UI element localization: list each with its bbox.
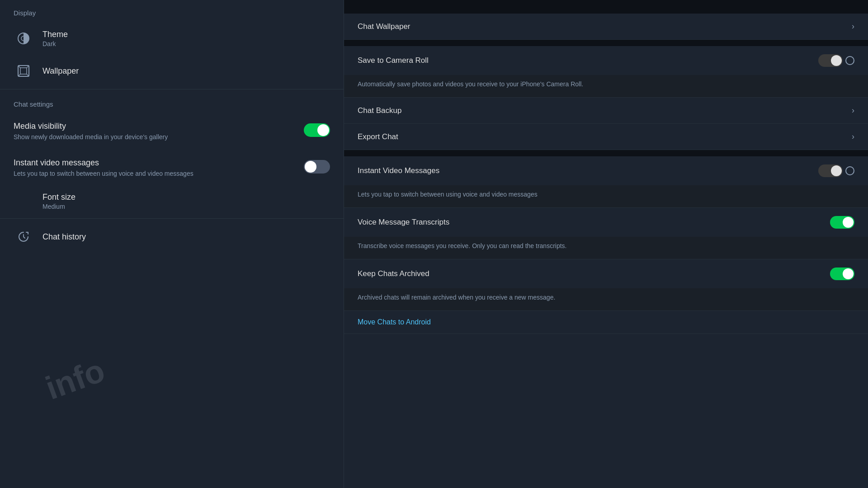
export-chat-row[interactable]: Export Chat › xyxy=(344,124,868,150)
instant-video-subtitle: Lets you tap to switch between using voi… xyxy=(14,169,203,178)
instant-video-right-row[interactable]: Instant Video Messages xyxy=(344,156,868,185)
chat-history-setting[interactable]: Chat history xyxy=(0,221,344,253)
chat-settings-header: Chat settings xyxy=(0,91,344,113)
instant-video-right-desc: Lets you tap to switch between using voi… xyxy=(358,191,538,198)
media-visibility-knob xyxy=(317,124,329,136)
keep-archived-desc: Archived chats will remain archived when… xyxy=(358,294,555,301)
voice-transcripts-desc: Transcribe voice messages you receive. O… xyxy=(358,242,566,249)
keep-archived-desc-row: Archived chats will remain archived when… xyxy=(344,288,868,311)
save-camera-roll-toggle[interactable] xyxy=(818,54,854,67)
voice-transcripts-label: Voice Message Transcripts xyxy=(358,218,830,227)
media-visibility-subtitle: Show newly downloaded media in your devi… xyxy=(14,133,203,142)
save-camera-roll-row[interactable]: Save to Camera Roll xyxy=(344,46,868,75)
media-visibility-title: Media visibility xyxy=(14,122,295,131)
save-camera-roll-toggle-bg[interactable] xyxy=(818,54,843,67)
wallpaper-text: Wallpaper xyxy=(42,66,79,76)
chat-history-text: Chat history xyxy=(42,232,86,242)
wallpaper-title: Wallpaper xyxy=(42,66,79,76)
instant-video-right-knob xyxy=(831,165,842,176)
export-chat-label: Export Chat xyxy=(358,132,852,141)
save-camera-roll-circle xyxy=(845,56,854,65)
save-camera-roll-desc: Automatically save photos and videos you… xyxy=(358,80,583,88)
font-size-setting[interactable]: Font size Medium xyxy=(0,186,344,216)
instant-video-title: Instant video messages xyxy=(14,158,295,168)
font-size-text: Font size Medium xyxy=(14,192,75,210)
chat-wallpaper-label: Chat Wallpaper xyxy=(358,22,852,31)
instant-video-right-desc-row: Lets you tap to switch between using voi… xyxy=(344,185,868,208)
voice-transcripts-toggle[interactable] xyxy=(830,216,854,229)
instant-video-right-toggle[interactable] xyxy=(818,164,854,177)
save-camera-roll-knob xyxy=(831,55,842,66)
divider-2 xyxy=(0,218,344,219)
instant-video-setting[interactable]: Instant video messages Lets you tap to s… xyxy=(0,150,344,187)
instant-video-knob xyxy=(305,161,316,173)
divider-1 xyxy=(0,89,344,89)
watermark: info xyxy=(41,352,109,407)
theme-subtitle: Dark xyxy=(42,40,68,47)
voice-transcripts-desc-row: Transcribe voice messages you receive. O… xyxy=(344,237,868,259)
media-visibility-toggle-control[interactable] xyxy=(304,123,330,137)
theme-text: Theme Dark xyxy=(42,30,68,47)
keep-archived-knob xyxy=(843,268,854,279)
keep-archived-row[interactable]: Keep Chats Archived xyxy=(344,259,868,288)
svg-rect-3 xyxy=(20,68,27,74)
save-camera-roll-desc-row: Automatically save photos and videos you… xyxy=(344,75,868,98)
top-bar xyxy=(344,0,868,14)
media-visibility-setting[interactable]: Media visibility Show newly downloaded m… xyxy=(0,113,344,150)
instant-video-toggle[interactable] xyxy=(304,160,330,175)
theme-icon xyxy=(14,28,33,48)
section-gap-2 xyxy=(344,150,868,156)
instant-video-right-toggle-bg[interactable] xyxy=(818,164,843,177)
theme-setting[interactable]: Theme Dark xyxy=(0,22,344,55)
chat-backup-row[interactable]: Chat Backup › xyxy=(344,98,868,124)
chat-backup-label: Chat Backup xyxy=(358,106,852,115)
chat-history-icon xyxy=(14,227,33,247)
instant-video-toggle-control[interactable] xyxy=(304,160,330,174)
font-size-title: Font size xyxy=(42,192,75,202)
theme-title: Theme xyxy=(42,30,68,39)
instant-video-right-circle xyxy=(845,166,854,175)
chat-backup-chevron: › xyxy=(852,106,854,115)
media-visibility-toggle[interactable] xyxy=(304,123,330,139)
instant-video-text: Instant video messages Lets you tap to s… xyxy=(14,158,295,178)
display-section-header: Display xyxy=(0,0,344,22)
media-visibility-text: Media visibility Show newly downloaded m… xyxy=(14,122,295,142)
keep-archived-toggle[interactable] xyxy=(830,267,854,280)
chat-history-title: Chat history xyxy=(42,232,86,242)
voice-transcripts-knob xyxy=(843,217,854,228)
section-gap-1 xyxy=(344,40,868,46)
voice-transcripts-row[interactable]: Voice Message Transcripts xyxy=(344,208,868,237)
font-size-subtitle: Medium xyxy=(42,203,75,210)
export-chat-chevron: › xyxy=(852,132,854,141)
chat-wallpaper-chevron: › xyxy=(852,22,854,31)
keep-archived-label: Keep Chats Archived xyxy=(358,269,830,278)
left-panel: Display Theme Dark Wa xyxy=(0,0,344,488)
save-camera-roll-label: Save to Camera Roll xyxy=(358,56,818,65)
wallpaper-icon xyxy=(14,61,33,81)
move-android-link[interactable]: Move Chats to Android xyxy=(344,311,868,334)
instant-video-right-label: Instant Video Messages xyxy=(358,166,818,175)
right-panel: Chat Wallpaper › Save to Camera Roll Aut… xyxy=(344,0,868,488)
wallpaper-setting[interactable]: Wallpaper xyxy=(0,55,344,87)
chat-wallpaper-row[interactable]: Chat Wallpaper › xyxy=(344,14,868,40)
